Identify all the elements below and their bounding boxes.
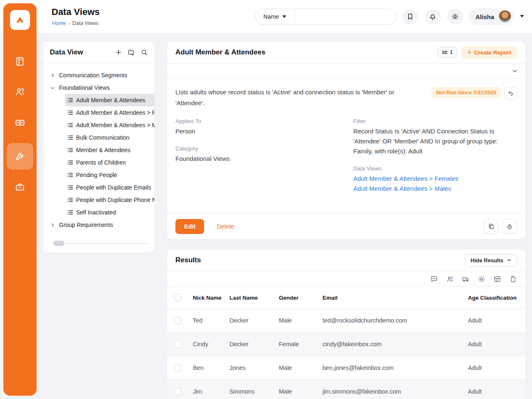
avatar <box>498 10 512 24</box>
tree-item[interactable]: Pending People <box>65 169 155 181</box>
select-all-checkbox[interactable] <box>174 294 181 301</box>
create-report-button[interactable]: + Create Report <box>461 46 517 59</box>
scrollbar-thumb[interactable] <box>53 241 64 246</box>
notifications-button[interactable] <box>425 9 441 25</box>
tree-item-label: Adult Member & Attendees <box>76 97 145 103</box>
table-cell: Ben <box>193 365 229 371</box>
column-header[interactable]: Age Classification <box>468 295 519 301</box>
description-text: Lists adults whose record status is 'Act… <box>175 87 408 109</box>
breadcrumb-home-link[interactable]: Home <box>52 20 66 26</box>
sidebar-item-people[interactable] <box>7 79 33 105</box>
tree-item-label: Bulk Communication <box>76 134 129 141</box>
data-view-link[interactable]: Adult Member & Attendees > Males <box>353 184 517 194</box>
chevron-down-icon[interactable] <box>520 15 524 17</box>
row-checkbox[interactable] <box>174 317 181 324</box>
tree-item[interactable]: Communication Segments <box>43 69 155 81</box>
data-view-link[interactable]: Adult Member & Attendees > Females <box>353 174 517 184</box>
sidebar-item-book[interactable] <box>7 48 33 75</box>
tree-item[interactable]: Adult Member & Attendees > Females <box>65 106 155 119</box>
column-header[interactable]: Nick Name <box>193 295 229 301</box>
search-input[interactable] <box>295 9 397 24</box>
chat-icon[interactable] <box>430 275 438 283</box>
sidebar-item-work[interactable] <box>7 174 33 200</box>
table-row[interactable]: BenJonesMaleben.jones@fakeinbox.comAdult <box>167 356 525 379</box>
search-icon[interactable] <box>140 49 148 56</box>
chevron-right-icon <box>49 73 56 78</box>
tree-item[interactable]: People with Duplicate Emails <box>65 181 155 194</box>
tree-item[interactable]: Foundational Views <box>43 81 155 94</box>
tree-item[interactable]: Bulk Communication <box>65 131 155 144</box>
plus-icon[interactable] <box>115 49 122 56</box>
truck-icon[interactable] <box>462 275 470 283</box>
bell-icon <box>429 12 437 21</box>
table-row[interactable]: CindyDeckerFemalecindy@fakeinbox.comAdul… <box>167 332 525 356</box>
tree-item[interactable]: Self Inactivated <box>65 206 155 219</box>
list-icon <box>67 197 73 203</box>
tree-item-label: Group Requirements <box>59 222 113 228</box>
tree-item-label: Pending People <box>76 172 117 178</box>
sidebar-item-money[interactable] <box>7 109 33 136</box>
tree-item-label: People with Duplicate Phone Numbers <box>76 197 155 203</box>
tree-panel-title: Data View <box>50 48 83 57</box>
tree-item[interactable]: Parents of Children <box>65 156 155 169</box>
page-title: Data Views <box>52 7 100 17</box>
list-icon <box>67 160 73 165</box>
rerun-button[interactable] <box>504 87 517 100</box>
tree-item[interactable]: Adult Member & Attendees > Males <box>65 119 155 131</box>
copy-icon[interactable] <box>509 275 517 283</box>
column-header[interactable]: Email <box>323 295 468 301</box>
table-icon[interactable] <box>493 275 501 283</box>
list-icon <box>67 97 73 103</box>
chevron-down-icon <box>282 15 286 18</box>
row-checkbox[interactable] <box>174 340 181 348</box>
table-cell: cindy@fakeinbox.com <box>323 341 468 347</box>
delete-link[interactable]: Delete <box>217 223 234 230</box>
row-checkbox[interactable] <box>174 364 181 372</box>
table-row[interactable]: JimSimmonsMalejim.simmons@fakeinbox.comA… <box>167 379 525 399</box>
app-logo[interactable] <box>10 10 30 30</box>
tree-item[interactable]: Group Requirements <box>43 219 155 231</box>
theme-button[interactable] <box>447 9 463 25</box>
chevron-right-icon <box>49 86 56 90</box>
sidebar-item-tools[interactable] <box>7 143 33 170</box>
book-icon <box>15 56 25 67</box>
table-body: TedDeckerMaleted@rocksolidchurchdemo.com… <box>167 308 525 399</box>
tree-item[interactable]: Member & Attendees <box>65 144 155 156</box>
list-icon <box>67 147 73 153</box>
breadcrumb-separator-icon: › <box>68 21 70 26</box>
plus-icon: + <box>467 50 471 54</box>
tree-item-label: Adult Member & Attendees > Females <box>76 109 155 116</box>
row-checkbox[interactable] <box>174 388 181 395</box>
people-icon[interactable] <box>446 275 454 283</box>
chevron-right-icon <box>49 223 56 227</box>
security-button[interactable] <box>502 219 517 234</box>
user-menu[interactable]: Alisha <box>469 8 514 25</box>
folder-plus-icon[interactable] <box>128 49 135 56</box>
tree-item-label: Parents of Children <box>76 159 126 166</box>
search-filter-dropdown[interactable]: Name <box>255 9 295 24</box>
tree-item-label: Member & Attendees <box>76 147 131 153</box>
bookmark-button[interactable] <box>402 9 418 25</box>
lock-icon <box>506 223 513 230</box>
hide-results-button[interactable]: Hide Results <box>465 254 517 267</box>
bookmark-icon <box>406 12 414 21</box>
table-cell: Male <box>279 388 323 395</box>
table-cell: Decker <box>229 317 279 324</box>
tree-item[interactable]: Adult Member & Attendees <box>65 94 155 106</box>
copy-button[interactable] <box>484 219 499 234</box>
tree-item[interactable]: People with Duplicate Phone Numbers <box>65 194 155 206</box>
list-icon <box>67 172 73 178</box>
edit-button[interactable]: Edit <box>175 219 204 234</box>
chevron-down-icon[interactable] <box>512 68 518 74</box>
table-header-row: Nick NameLast NameGenderEmailAge Classif… <box>167 287 525 308</box>
collapse-toggle-row[interactable] <box>167 64 525 79</box>
column-header[interactable]: Gender <box>279 295 323 301</box>
table-cell: Adult <box>468 317 519 324</box>
table-cell: Cindy <box>193 341 229 347</box>
table-row[interactable]: TedDeckerMaleted@rocksolidchurchdemo.com… <box>167 308 525 332</box>
gear-icon[interactable] <box>478 275 485 283</box>
user-name: Alisha <box>475 13 494 20</box>
table-cell: Ted <box>193 317 229 324</box>
table-cell: Female <box>279 341 323 347</box>
column-header[interactable]: Last Name <box>229 295 279 301</box>
